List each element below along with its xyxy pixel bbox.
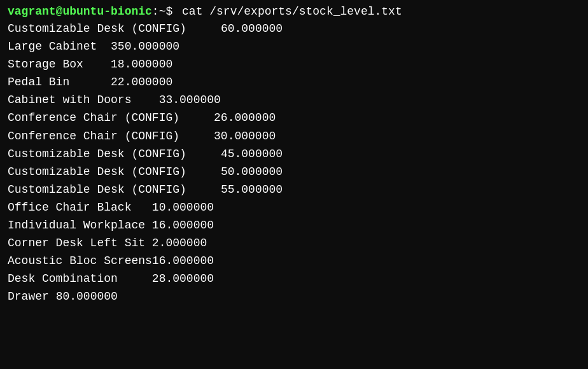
item-name: Desk Combination — [8, 270, 152, 287]
output-line: Large Cabinet 350.000000 — [8, 38, 580, 55]
item-value: 30.000000 — [214, 128, 276, 144]
item-value: 2.000000 — [152, 235, 207, 251]
item-value: 55.000000 — [221, 181, 283, 198]
item-name: Corner Desk Left Sit — [8, 235, 152, 251]
output-line: Drawer 80.000000 — [8, 288, 580, 305]
item-pad — [186, 20, 221, 37]
output-line: Individual Workplace 16.000000 — [8, 217, 580, 233]
item-name: Customizable Desk (CONFIG) — [8, 20, 186, 37]
item-pad — [186, 181, 221, 198]
prompt-user: vagrant@ubuntu-bionic — [8, 5, 152, 18]
item-name: Pedal Bin — [8, 74, 111, 90]
prompt-separator: :~$ — [152, 5, 172, 18]
output-line: Acoustic Bloc Screens16.000000 — [8, 253, 580, 269]
output-line: Conference Chair (CONFIG) 30.000000 — [8, 128, 580, 144]
item-value: 350.000000 — [111, 38, 179, 55]
item-name: Customizable Desk (CONFIG) — [8, 146, 186, 162]
output-line: Customizable Desk (CONFIG) 55.000000 — [8, 181, 580, 198]
output-line: Customizable Desk (CONFIG) 60.000000 — [8, 20, 580, 37]
output-line: Office Chair Black 10.000000 — [8, 199, 580, 216]
item-value: 50.000000 — [221, 164, 283, 180]
prompt-command: cat /srv/exports/stock_level.txt — [175, 5, 402, 18]
output-line: Cabinet with Doors 33.000000 — [8, 92, 580, 108]
terminal: vagrant@ubuntu-bionic:~$ cat /srv/export… — [0, 0, 588, 369]
item-value: 10.000000 — [152, 199, 214, 216]
item-pad — [186, 164, 221, 180]
output-line: Customizable Desk (CONFIG) 50.000000 — [8, 164, 580, 180]
output-line: Storage Box 18.000000 — [8, 56, 580, 73]
output-line: Desk Combination 28.000000 — [8, 270, 580, 287]
item-name: Large Cabinet — [8, 38, 111, 55]
item-value: 45.000000 — [221, 146, 283, 162]
output-line: Corner Desk Left Sit 2.000000 — [8, 235, 580, 251]
item-value: 18.000000 — [111, 56, 172, 73]
item-value: 16.000000 — [152, 253, 214, 269]
item-pad — [186, 146, 221, 162]
item-value: 28.000000 — [152, 270, 214, 287]
item-value: 80.000000 — [56, 288, 118, 305]
item-value: 22.000000 — [111, 74, 172, 90]
item-name: Individual Workplace — [8, 217, 152, 233]
item-name: Conference Chair (CONFIG) — [8, 128, 179, 144]
output-line: Conference Chair (CONFIG) 26.000000 — [8, 109, 580, 126]
item-name: Storage Box — [8, 56, 111, 73]
item-value: 60.000000 — [221, 20, 283, 37]
item-name: Office Chair Black — [8, 199, 152, 216]
item-value: 26.000000 — [214, 109, 276, 126]
item-name: Conference Chair (CONFIG) — [8, 109, 179, 126]
prompt-line: vagrant@ubuntu-bionic:~$ cat /srv/export… — [8, 5, 580, 18]
output-container: Customizable Desk (CONFIG) 60.000000Larg… — [8, 20, 580, 305]
item-name: Customizable Desk (CONFIG) — [8, 181, 186, 198]
item-pad — [179, 109, 214, 126]
output-line: Customizable Desk (CONFIG) 45.000000 — [8, 146, 580, 162]
item-name: Cabinet with Doors — [8, 92, 159, 108]
item-pad — [179, 128, 214, 144]
output-line: Pedal Bin 22.000000 — [8, 74, 580, 90]
item-name: Customizable Desk (CONFIG) — [8, 164, 186, 180]
item-name: Drawer — [8, 288, 56, 305]
item-value: 16.000000 — [152, 217, 214, 233]
item-name: Acoustic Bloc Screens — [8, 253, 152, 269]
item-value: 33.000000 — [159, 92, 221, 108]
